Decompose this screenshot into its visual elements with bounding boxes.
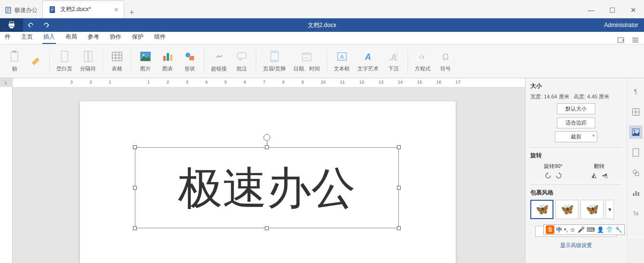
- document-tab-label: 文档2.docx*: [60, 5, 91, 14]
- ime-emoji-icon[interactable]: ☺: [570, 226, 576, 233]
- vertical-ruler[interactable]: [0, 87, 13, 263]
- format-painter-button[interactable]: [25, 53, 46, 70]
- new-tab-button[interactable]: +: [124, 8, 139, 18]
- ime-lang-indicator[interactable]: 中: [556, 226, 562, 234]
- minimize-button[interactable]: —: [580, 2, 602, 18]
- default-size-button[interactable]: 默认大小: [557, 103, 595, 114]
- wrap-option-2[interactable]: 🦋: [555, 200, 578, 219]
- crop-button[interactable]: 裁剪: [555, 131, 597, 142]
- chart-button[interactable]: 图表: [157, 48, 179, 74]
- textart-panel-button[interactable]: Ta: [629, 207, 643, 220]
- wordart-button[interactable]: A 文字艺术: [354, 48, 382, 74]
- resize-handle-tm[interactable]: [265, 145, 269, 149]
- page-break-button[interactable]: 分隔符: [76, 48, 100, 74]
- symbol-button[interactable]: Ω 符号: [434, 48, 457, 74]
- menu-layout[interactable]: 布局: [65, 31, 78, 44]
- undo-button[interactable]: [23, 18, 39, 32]
- textbox-button[interactable]: A 文本框: [330, 48, 354, 74]
- user-label: Administrator: [604, 22, 644, 28]
- selected-image-object[interactable]: 极速办公: [135, 147, 399, 228]
- date-time-button[interactable]: 日期、时间: [289, 48, 324, 74]
- menu-protect[interactable]: 保护: [131, 31, 145, 44]
- header-footer-button[interactable]: 页眉/页脚: [259, 48, 289, 74]
- menu-addins[interactable]: 组件: [153, 31, 167, 44]
- workspace: 极速办公: [0, 87, 525, 263]
- resize-handle-br[interactable]: [397, 226, 401, 230]
- svg-rect-31: [189, 56, 194, 60]
- sogou-icon[interactable]: S: [546, 225, 554, 234]
- comment-button[interactable]: 批注: [231, 48, 253, 74]
- ime-toolbar[interactable]: S 中 •, ☺ 🎤 ⌨ 👤 👕 🔧: [543, 224, 625, 235]
- wrap-more-button[interactable]: ▾: [605, 200, 614, 219]
- butterfly-icon: 🦋: [586, 203, 599, 216]
- header-panel-button[interactable]: [629, 146, 643, 159]
- svg-point-39: [306, 57, 307, 58]
- resize-handle-tl[interactable]: [133, 145, 137, 149]
- svg-rect-58: [633, 193, 634, 196]
- fit-margin-button[interactable]: 适合边距: [557, 117, 595, 128]
- resize-handle-ml[interactable]: [133, 186, 137, 190]
- canvas-area[interactable]: 极速办公: [13, 87, 525, 263]
- menu-collab[interactable]: 协作: [109, 31, 122, 44]
- flip-label: 翻转: [590, 163, 608, 170]
- svg-rect-15: [11, 52, 18, 61]
- table-icon: [110, 50, 124, 63]
- open-file-icon[interactable]: [617, 36, 625, 44]
- flip-horizontal-button[interactable]: [601, 172, 608, 180]
- svg-text:A: A: [365, 52, 371, 62]
- picture-icon: [139, 50, 152, 63]
- resize-handle-mr[interactable]: [397, 186, 401, 190]
- print-button[interactable]: [0, 18, 23, 32]
- resize-handle-bl[interactable]: [133, 226, 137, 230]
- page-icon: [58, 50, 71, 63]
- picture-button[interactable]: 图片: [134, 48, 157, 74]
- shapes-button[interactable]: 形状: [179, 48, 201, 74]
- shape-panel-button[interactable]: [629, 166, 643, 180]
- ime-skin-icon[interactable]: 👕: [606, 226, 613, 233]
- ime-person-icon[interactable]: 👤: [597, 226, 604, 233]
- ime-punct-icon[interactable]: •,: [564, 226, 568, 233]
- hamburger-icon[interactable]: [631, 36, 639, 44]
- quick-access-bar: 文档2.docx Administrator: [0, 18, 644, 32]
- document-page[interactable]: 极速办公: [80, 101, 456, 263]
- chart-panel-button[interactable]: [629, 186, 643, 200]
- rotate-handle[interactable]: [263, 134, 270, 141]
- table-panel-button[interactable]: [629, 105, 643, 119]
- paste-button[interactable]: 贴: [4, 48, 25, 74]
- ime-tool-icon[interactable]: 🔧: [615, 226, 622, 233]
- close-window-button[interactable]: ✕: [623, 2, 644, 18]
- svg-rect-55: [633, 149, 639, 156]
- table-button[interactable]: 表格: [106, 48, 128, 74]
- wrap-option-inline[interactable]: 🦋: [530, 200, 553, 219]
- hyperlink-button[interactable]: 超链接: [207, 48, 231, 74]
- wrap-option-3[interactable]: 🦋: [580, 200, 604, 219]
- advanced-settings-link[interactable]: 显示高级设置: [530, 242, 622, 249]
- resize-handle-tr[interactable]: [397, 145, 401, 149]
- dropcap-button[interactable]: A 下沉: [382, 48, 405, 74]
- app-tab[interactable]: 极速办公: [0, 2, 42, 18]
- ime-keyboard-icon[interactable]: ⌨: [587, 226, 595, 233]
- menu-home[interactable]: 主页: [20, 31, 34, 44]
- menu-references[interactable]: 参考: [87, 31, 100, 44]
- blank-page-button[interactable]: 空白页: [53, 48, 76, 74]
- document-tab[interactable]: 文档2.docx* ×: [42, 0, 124, 18]
- menu-insert[interactable]: 插入: [42, 31, 56, 44]
- calendar-icon: [300, 50, 314, 63]
- svg-point-40: [308, 57, 309, 58]
- redo-button[interactable]: [39, 18, 54, 32]
- equation-button[interactable]: √x 方程式: [411, 48, 434, 74]
- menu-file[interactable]: 件: [4, 31, 12, 44]
- svg-rect-28: [167, 53, 169, 61]
- svg-rect-32: [237, 53, 246, 58]
- maximize-button[interactable]: ☐: [602, 2, 623, 18]
- ime-mic-icon[interactable]: 🎤: [578, 226, 585, 233]
- rotate-ccw-button[interactable]: [544, 172, 552, 180]
- rotate-cw-button[interactable]: [555, 172, 563, 180]
- resize-handle-bm[interactable]: [265, 226, 269, 230]
- paragraph-panel-button[interactable]: ¶: [629, 85, 643, 98]
- ruler-corner[interactable]: L: [0, 78, 13, 87]
- close-tab-icon[interactable]: ×: [114, 6, 118, 14]
- image-panel-button[interactable]: [629, 125, 643, 139]
- flip-vertical-button[interactable]: [590, 172, 598, 180]
- wrap-section-title: 包裹风格: [530, 189, 622, 197]
